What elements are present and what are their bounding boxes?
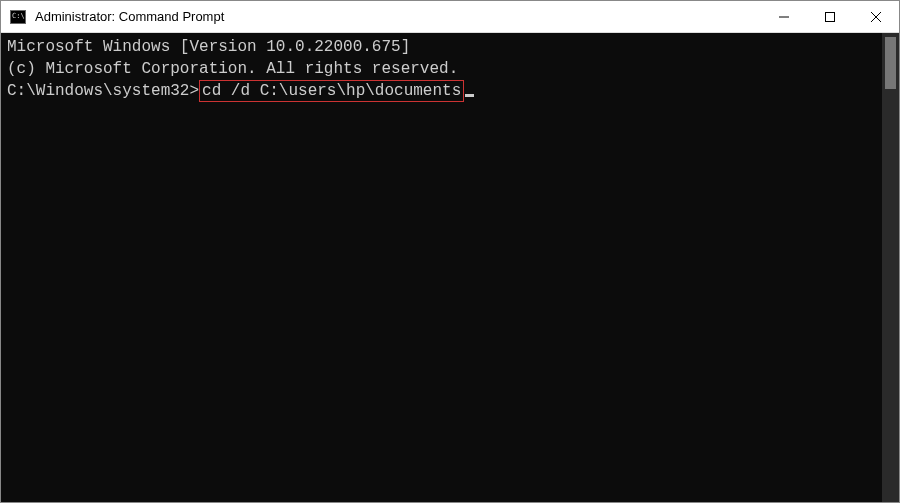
console-command: cd /d C:\users\hp\documents [202,82,461,100]
svg-rect-1 [826,12,835,21]
cmd-icon-text: C:\ [12,13,25,20]
window-controls [761,1,899,32]
scrollbar-thumb[interactable] [885,37,896,89]
maximize-button[interactable] [807,1,853,32]
console-line-copyright: (c) Microsoft Corporation. All rights re… [7,59,876,81]
command-prompt-window: C:\ Administrator: Command Prompt [0,0,900,503]
vertical-scrollbar[interactable] [882,33,899,502]
console-output[interactable]: Microsoft Windows [Version 10.0.22000.67… [1,33,882,502]
close-button[interactable] [853,1,899,32]
console-line-version: Microsoft Windows [Version 10.0.22000.67… [7,37,876,59]
text-cursor [465,94,474,97]
close-icon [871,12,881,22]
maximize-icon [825,12,835,22]
console-prompt: C:\Windows\system32> [7,82,199,100]
window-title: Administrator: Command Prompt [35,9,224,24]
command-highlight: cd /d C:\users\hp\documents [199,80,464,102]
titlebar[interactable]: C:\ Administrator: Command Prompt [1,1,899,33]
console-wrap: Microsoft Windows [Version 10.0.22000.67… [1,33,899,502]
minimize-button[interactable] [761,1,807,32]
console-prompt-line: C:\Windows\system32>cd /d C:\users\hp\do… [7,80,876,103]
titlebar-left: C:\ Administrator: Command Prompt [1,8,224,26]
minimize-icon [779,12,789,22]
cmd-app-icon: C:\ [9,8,27,26]
